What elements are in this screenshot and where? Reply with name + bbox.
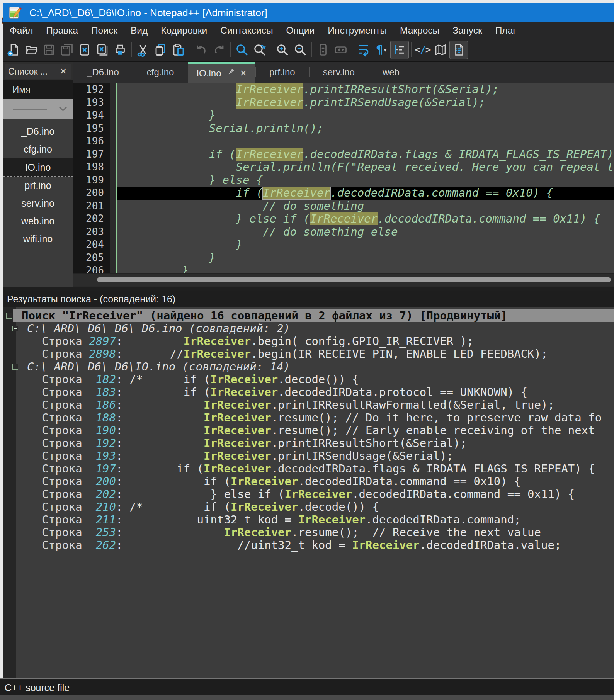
search-hit-row[interactable]: Строка 190: IrReceiver.resume(); // Earl… <box>3 424 614 437</box>
line-number[interactable]: 203 <box>73 226 110 239</box>
file-list-item[interactable]: _D6.ino <box>3 122 73 140</box>
close-icon[interactable]: ✕ <box>56 66 71 76</box>
search-hit-row[interactable]: Строка 182: /* if (IrReceiver.decode()) … <box>3 373 614 386</box>
editor-tab[interactable]: serv.ino <box>309 62 369 83</box>
menu-item[interactable]: Файл <box>3 25 39 36</box>
file-list-item[interactable]: IO.ino <box>3 158 73 177</box>
bookmark-margin[interactable] <box>110 135 116 148</box>
file-list-item[interactable]: cfg.ino <box>3 140 73 158</box>
search-hit-row[interactable]: Строка 200: if (IrReceiver.decodedIRData… <box>3 475 614 488</box>
line-number[interactable]: 198 <box>73 161 110 174</box>
search-hit-row[interactable]: Строка 253: IrReceiver.resume(); // Rece… <box>3 526 614 539</box>
new-file-icon[interactable] <box>5 41 22 59</box>
line-number[interactable]: 200 <box>73 187 110 200</box>
search-hit-row[interactable]: Строка 2897: IrReceiver.begin( config.GP… <box>3 335 614 348</box>
search-file-row[interactable]: C:\_ARD\_D6\_D6\_D6.ino (совпадений: 2) <box>3 322 614 335</box>
code-line[interactable]: 192 IrReceiver.printIRResultShort(&Seria… <box>73 83 614 96</box>
bookmark-margin[interactable] <box>110 122 116 135</box>
document-map-icon[interactable] <box>432 41 449 59</box>
line-number[interactable]: 205 <box>73 251 110 265</box>
line-number[interactable]: 194 <box>73 109 110 122</box>
replace-icon[interactable] <box>251 41 269 59</box>
search-summary-row[interactable]: Поиск "IrReceiver" (найдено 16 совпадени… <box>13 309 614 322</box>
bookmark-margin[interactable] <box>110 264 116 273</box>
code-line[interactable]: 195 Serial.println(); <box>73 122 614 135</box>
file-list-item[interactable]: serv.ino <box>3 194 73 212</box>
indent-guides-icon[interactable] <box>390 41 409 59</box>
bookmark-margin[interactable] <box>110 148 116 161</box>
code-line[interactable]: 206 } <box>73 264 614 273</box>
editor-tab[interactable]: cfg.ino <box>133 62 188 83</box>
line-number[interactable]: 195 <box>73 122 110 135</box>
menu-item[interactable]: Поиск <box>85 25 124 36</box>
paste-icon[interactable] <box>170 41 187 59</box>
search-file-row[interactable]: C:\_ARD\_D6\_D6\IO.ino (совпадений: 14) <box>3 360 614 373</box>
print-icon[interactable] <box>111 41 129 59</box>
function-list-icon[interactable]: </> <box>414 41 432 59</box>
line-number[interactable]: 192 <box>73 83 110 96</box>
document-list-sort-dropdown[interactable] <box>3 99 73 119</box>
open-file-icon[interactable] <box>22 41 40 59</box>
document-list-column-header[interactable]: Имя <box>3 80 73 99</box>
bookmark-margin[interactable] <box>110 161 116 174</box>
search-hit-row[interactable]: Строка 202: } else if (IrReceiver.decode… <box>3 488 614 501</box>
line-number[interactable]: 201 <box>73 200 110 213</box>
line-number[interactable]: 202 <box>73 212 110 226</box>
search-hit-row[interactable]: Строка 193: IrReceiver.printIRSendUsage(… <box>3 450 614 462</box>
line-number[interactable]: 199 <box>73 174 110 187</box>
line-number[interactable]: 197 <box>73 148 110 161</box>
line-number[interactable]: 204 <box>73 238 110 251</box>
document-list-icon[interactable] <box>449 41 468 59</box>
menu-item[interactable]: Синтаксисы <box>214 25 279 36</box>
bookmark-margin[interactable] <box>110 200 116 213</box>
show-all-characters-icon[interactable]: ¶▾ <box>372 41 390 59</box>
zoom-out-icon[interactable] <box>291 41 309 59</box>
bookmark-margin[interactable] <box>110 226 116 239</box>
editor-tab[interactable]: web <box>369 62 413 83</box>
file-list-item[interactable]: wifi.ino <box>3 230 73 248</box>
code-line[interactable]: 193 IrReceiver.printIRSendUsage(&Serial)… <box>73 96 614 109</box>
search-hit-row[interactable]: Строка 197: if (IrReceiver.decodedIRData… <box>3 462 614 475</box>
search-hit-row[interactable]: Строка 186: IrReceiver.printIRResultRawF… <box>3 399 614 411</box>
zoom-in-icon[interactable] <box>274 41 291 59</box>
menu-item[interactable]: Макросы <box>393 25 446 36</box>
code-line[interactable]: 200 if (IrReceiver.decodedIRData.command… <box>73 187 614 200</box>
search-hit-row[interactable]: Строка 2898: //IrReceiver.begin(IR_RECEI… <box>3 348 614 360</box>
bookmark-margin[interactable] <box>110 96 116 109</box>
close-file-icon[interactable] <box>76 41 94 59</box>
code-line[interactable]: 205 } <box>73 251 614 265</box>
cut-icon[interactable] <box>134 41 152 59</box>
code-line[interactable]: 202 } else if (IrReceiver.decodedIRData.… <box>73 212 614 226</box>
code-line[interactable]: 198 Serial.println(F("Repeat received. H… <box>73 161 614 174</box>
code-line[interactable]: 194 } <box>73 109 614 122</box>
editor-tab[interactable]: _D6.ino <box>73 62 133 83</box>
horizontal-scrollbar[interactable] <box>73 273 614 286</box>
code-line[interactable]: 196 <box>73 135 614 148</box>
copy-icon[interactable] <box>152 41 170 59</box>
search-hit-row[interactable]: Строка 183: if (IrReceiver.decodedIRData… <box>3 386 614 399</box>
editor-tab[interactable]: IO.ino✕ <box>188 62 255 83</box>
search-hit-row[interactable]: Строка 262: //uint32_t kod = IrReceiver.… <box>3 539 614 552</box>
scrollbar-thumb[interactable] <box>97 277 611 282</box>
bookmark-margin[interactable] <box>110 109 116 122</box>
bookmark-margin[interactable] <box>110 187 116 200</box>
bookmark-margin[interactable] <box>110 174 116 187</box>
find-icon[interactable] <box>233 41 251 59</box>
menu-item[interactable]: Опции <box>280 25 321 36</box>
bookmark-margin[interactable] <box>110 83 116 96</box>
line-number[interactable]: 193 <box>73 96 110 109</box>
code-line[interactable]: 201 // do something <box>73 200 614 213</box>
search-hit-row[interactable]: Строка 192: IrReceiver.printIRResultShor… <box>3 437 614 450</box>
menu-item[interactable]: Инструменты <box>321 25 393 36</box>
menu-item[interactable]: Запуск <box>446 25 489 36</box>
code-line[interactable]: 204 } <box>73 238 614 251</box>
bookmark-margin[interactable] <box>110 251 116 265</box>
code-line[interactable]: 197 if (IrReceiver.decodedIRData.flags &… <box>73 148 614 161</box>
close-tab-icon[interactable]: ✕ <box>240 68 247 78</box>
line-number[interactable]: 196 <box>73 135 110 148</box>
menu-item[interactable]: Правка <box>39 25 85 36</box>
search-hit-row[interactable]: Строка 188: IrReceiver.resume(); // Do i… <box>3 411 614 424</box>
line-number[interactable]: 206 <box>73 264 110 273</box>
close-all-icon[interactable] <box>94 41 111 59</box>
file-list-item[interactable]: web.ino <box>3 212 73 230</box>
